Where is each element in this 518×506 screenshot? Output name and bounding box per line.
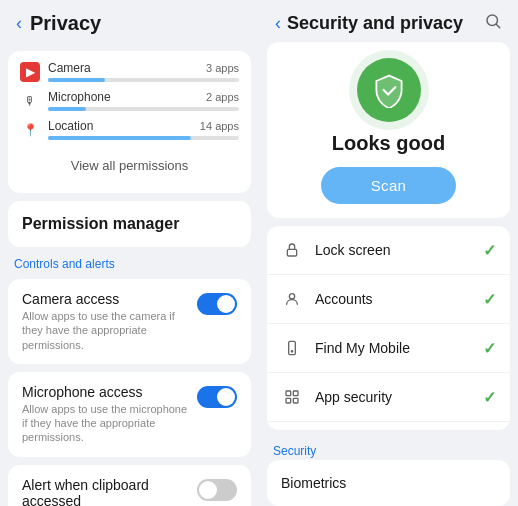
security-status-card: Looks good Scan — [267, 42, 510, 218]
clipboard-alert-title: Alert when clipboard accessed — [22, 477, 189, 506]
mic-toggle-knob — [217, 388, 235, 406]
clipboard-alert-toggle-row: Alert when clipboard accessed Get an ale… — [8, 465, 251, 506]
svg-rect-8 — [286, 398, 291, 403]
lock-screen-icon — [281, 239, 303, 261]
mic-icon: 🎙 — [20, 91, 40, 111]
clipboard-alert-toggle[interactable] — [197, 479, 237, 501]
location-perm-count: 14 apps — [200, 120, 239, 132]
shield-icon — [357, 58, 421, 122]
app-security-check: ✓ — [483, 388, 496, 407]
biometrics-label: Biometrics — [281, 475, 346, 491]
biometrics-card[interactable]: Biometrics — [267, 460, 510, 506]
mic-bar-fill — [48, 107, 86, 111]
svg-line-1 — [496, 24, 499, 27]
permission-manager-label: Permission manager — [22, 215, 179, 232]
looks-good-label: Looks good — [332, 132, 445, 155]
camera-access-toggle-row: Camera access Allow apps to use the came… — [8, 279, 251, 364]
find-my-mobile-check: ✓ — [483, 339, 496, 358]
camera-perm-name: Camera — [48, 61, 91, 75]
camera-perm-count: 3 apps — [206, 62, 239, 74]
security-section-label: Security — [259, 438, 518, 460]
svg-point-3 — [289, 294, 294, 299]
back-button-left[interactable]: ‹ — [16, 13, 22, 34]
lock-screen-label: Lock screen — [315, 242, 483, 258]
scan-button[interactable]: Scan — [321, 167, 456, 204]
find-my-mobile-label: Find My Mobile — [315, 340, 483, 356]
mic-access-toggle[interactable] — [197, 386, 237, 408]
svg-point-5 — [291, 351, 292, 352]
camera-bar-bg — [48, 78, 239, 82]
list-item[interactable]: Updates ✓ — [267, 422, 510, 430]
mic-access-toggle-row: Microphone access Allow apps to use the … — [8, 372, 251, 457]
list-item[interactable]: Accounts ✓ — [267, 275, 510, 324]
camera-icon: ▶ — [20, 62, 40, 82]
list-item[interactable]: Lock screen ✓ — [267, 226, 510, 275]
location-permission-row: 📍 Location 14 apps — [20, 119, 239, 140]
mic-perm-info: Microphone 2 apps — [48, 90, 239, 111]
security-list-card: Lock screen ✓ Accounts ✓ Find My Mob — [267, 226, 510, 430]
svg-rect-7 — [293, 391, 298, 396]
location-icon: 📍 — [20, 120, 40, 140]
mic-access-title: Microphone access — [22, 384, 189, 400]
location-bar-bg — [48, 136, 239, 140]
permissions-card: ▶ Camera 3 apps 🎙 Microphone 2 apps — [8, 51, 251, 193]
left-page-title: Privacy — [30, 12, 101, 35]
accounts-check: ✓ — [483, 290, 496, 309]
permission-manager-card[interactable]: Permission manager — [8, 201, 251, 247]
svg-rect-9 — [293, 398, 298, 403]
svg-rect-6 — [286, 391, 291, 396]
search-icon[interactable] — [484, 12, 502, 34]
svg-rect-2 — [287, 249, 296, 256]
right-page-title: Security and privacy — [287, 13, 463, 34]
mic-perm-name: Microphone — [48, 90, 111, 104]
lock-screen-check: ✓ — [483, 241, 496, 260]
camera-perm-info: Camera 3 apps — [48, 61, 239, 82]
location-perm-info: Location 14 apps — [48, 119, 239, 140]
clipboard-toggle-knob — [199, 481, 217, 499]
camera-access-toggle[interactable] — [197, 293, 237, 315]
camera-bar-fill — [48, 78, 105, 82]
accounts-label: Accounts — [315, 291, 483, 307]
camera-access-title: Camera access — [22, 291, 189, 307]
app-security-icon — [281, 386, 303, 408]
location-perm-name: Location — [48, 119, 93, 133]
mic-access-desc: Allow apps to use the microphone if they… — [22, 402, 189, 445]
view-all-button[interactable]: View all permissions — [20, 148, 239, 183]
find-my-mobile-icon — [281, 337, 303, 359]
left-panel: ‹ Privacy ▶ Camera 3 apps 🎙 Microphone — [0, 0, 259, 506]
right-header: ‹ Security and privacy — [259, 0, 518, 42]
list-item[interactable]: App security ✓ — [267, 373, 510, 422]
accounts-icon — [281, 288, 303, 310]
list-item[interactable]: Find My Mobile ✓ — [267, 324, 510, 373]
left-header: ‹ Privacy — [0, 0, 259, 43]
location-bar-fill — [48, 136, 191, 140]
mic-permission-row: 🎙 Microphone 2 apps — [20, 90, 239, 111]
camera-toggle-knob — [217, 295, 235, 313]
app-security-label: App security — [315, 389, 483, 405]
camera-permission-row: ▶ Camera 3 apps — [20, 61, 239, 82]
camera-access-desc: Allow apps to use the camera if they hav… — [22, 309, 189, 352]
controls-alerts-label: Controls and alerts — [0, 257, 259, 271]
back-button-right[interactable]: ‹ — [275, 13, 281, 34]
right-panel: ‹ Security and privacy Looks good Scan — [259, 0, 518, 506]
mic-perm-count: 2 apps — [206, 91, 239, 103]
svg-point-0 — [487, 15, 498, 26]
mic-bar-bg — [48, 107, 239, 111]
